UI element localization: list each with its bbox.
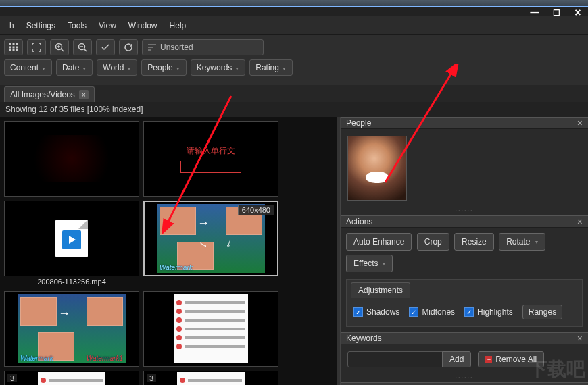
thumbnail-item[interactable]: 请输入单行文 (143, 121, 278, 197)
panel-resize-grip[interactable]: :::::: (341, 207, 588, 215)
panel-header-actions[interactable]: Actions × (341, 215, 588, 228)
menu-settings[interactable]: Settings (21, 18, 61, 33)
filter-date[interactable]: Date▼ (56, 59, 93, 76)
status-text: Showing 12 of 35 files [100% indexed] (0, 102, 588, 117)
svg-rect-2 (16, 43, 18, 45)
face-thumbnail[interactable] (347, 136, 407, 201)
approve-icon[interactable] (96, 39, 115, 55)
close-icon[interactable]: × (577, 216, 583, 227)
panel-resize-grip[interactable]: :::::: (341, 374, 588, 382)
thumbnail-item[interactable]: 200806-113256.mp4 (4, 201, 139, 287)
thumbnail-grid: 请输入单行文 200806-113256.mp4 → → → Watermark (0, 117, 337, 385)
filter-content[interactable]: Content▼ (4, 59, 52, 76)
adjustments-tab[interactable]: Adjustments (351, 282, 410, 298)
menu-item[interactable]: h (4, 18, 20, 33)
menu-view[interactable]: View (93, 18, 122, 33)
shadows-checkbox[interactable]: ✓Shadows (353, 307, 399, 317)
filter-keywords[interactable]: Keywords▼ (191, 59, 246, 76)
refresh-icon[interactable] (119, 39, 138, 55)
crop-button[interactable]: Crop (417, 233, 449, 251)
svg-rect-3 (9, 47, 11, 49)
menu-tools[interactable]: Tools (62, 18, 92, 33)
effects-button[interactable]: Effects (346, 255, 393, 272)
sort-dropdown[interactable]: Unsorted (142, 39, 264, 55)
add-keyword-button[interactable]: Add (442, 351, 471, 367)
sort-icon (148, 44, 156, 51)
svg-rect-6 (9, 49, 11, 51)
ranges-button[interactable]: Ranges (522, 305, 562, 319)
menu-bar: h Settings Tools View Window Help (0, 16, 588, 35)
title-bar-remnant (0, 0, 588, 7)
properties-sidebar: People × :::::: Actions × Auto Enhance C… (341, 117, 588, 385)
panel-header-keywords[interactable]: Keywords × (341, 332, 588, 344)
rotate-button[interactable]: Rotate (499, 233, 545, 251)
filter-people[interactable]: People▼ (141, 59, 186, 76)
svg-rect-8 (16, 49, 18, 51)
panel-header-rating[interactable]: Rating × (341, 382, 588, 385)
remove-all-keywords-button[interactable]: − Remove All (478, 351, 544, 367)
thumbnail-item[interactable]: → Watermark Watermark1 (4, 291, 139, 367)
count-badge: 3 (147, 374, 156, 382)
svg-rect-4 (13, 47, 15, 49)
filter-world[interactable]: World▼ (97, 59, 137, 76)
thumbnail-item[interactable]: 3 (4, 371, 139, 385)
toolbar: Unsorted Content▼ Date▼ World▼ People▼ K… (0, 35, 588, 85)
close-icon[interactable]: × (577, 333, 583, 344)
midtones-checkbox[interactable]: ✓Midtones (409, 307, 455, 317)
thumbnail-item-selected[interactable]: → → → Watermark 640x480 (143, 201, 278, 287)
panel-header-people[interactable]: People × (341, 117, 588, 129)
resize-button[interactable]: Resize (454, 233, 494, 251)
zoom-in-icon[interactable] (50, 39, 69, 55)
highlights-checkbox[interactable]: ✓Highlights (464, 307, 513, 317)
close-icon[interactable]: × (577, 118, 583, 128)
filter-rating[interactable]: Rating▼ (249, 59, 293, 76)
sort-label: Unsorted (160, 43, 193, 52)
tab-all-images[interactable]: All Images/Videos × (4, 86, 95, 102)
menu-window[interactable]: Window (123, 18, 163, 33)
fullscreen-icon[interactable] (27, 39, 46, 55)
svg-rect-0 (9, 43, 11, 45)
menu-help[interactable]: Help (164, 18, 192, 33)
tab-bar: All Images/Videos × (0, 85, 588, 102)
keyword-input[interactable] (347, 351, 449, 367)
video-file-icon (55, 220, 88, 257)
thumbnail-filename: 200806-113256.mp4 (4, 276, 139, 287)
svg-rect-1 (13, 43, 15, 45)
dimensions-badge: 640x480 (238, 205, 274, 215)
tab-label: All Images/Videos (10, 90, 75, 99)
close-icon[interactable]: × (79, 90, 89, 99)
auto-enhance-button[interactable]: Auto Enhance (346, 233, 412, 251)
thumbnail-item[interactable] (143, 291, 278, 367)
minus-icon: − (485, 356, 492, 363)
svg-rect-5 (16, 47, 18, 49)
svg-rect-7 (13, 49, 15, 51)
grid-view-icon[interactable] (4, 39, 23, 55)
zoom-out-icon[interactable] (73, 39, 92, 55)
thumbnail-item[interactable] (4, 121, 139, 197)
count-badge: 3 (7, 374, 17, 382)
thumbnail-item[interactable]: 3 (143, 371, 278, 385)
